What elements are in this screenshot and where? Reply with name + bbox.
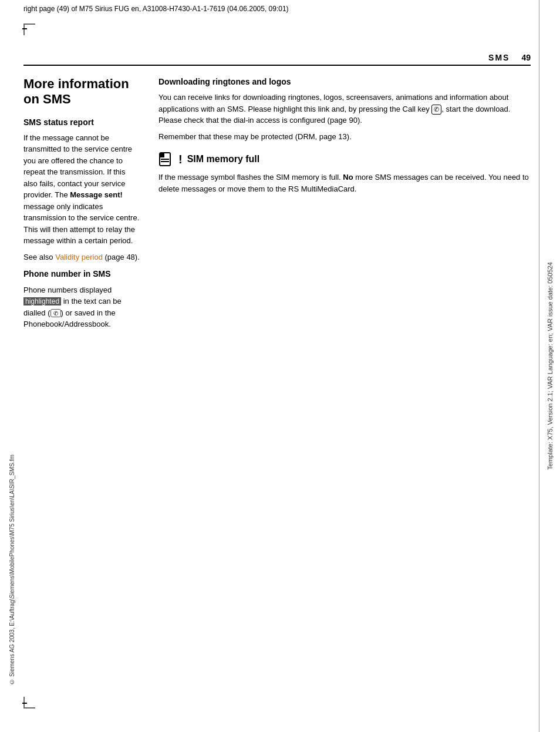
sms-message-sent-bold: Message sent! xyxy=(70,190,123,199)
validity-period-link: Validity period xyxy=(55,253,103,261)
sim-card-svg-icon xyxy=(158,152,174,167)
page-header: SMS 49 xyxy=(23,53,531,66)
phone-dial-icon: ✆ xyxy=(50,309,61,317)
phone-number-heading: Phone number in SMS xyxy=(23,268,141,279)
svg-rect-2 xyxy=(161,159,169,160)
sms-see-also-paragraph: See also Validity period (page 48). xyxy=(23,251,141,263)
sim-paragraph: If the message symbol flashes the SIM me… xyxy=(158,172,531,194)
svg-rect-3 xyxy=(161,161,169,162)
sms-status-text1: If the message cannot be transmitted to … xyxy=(23,133,132,200)
download-heading: Downloading ringtones and logos xyxy=(158,76,531,87)
top-meta-text: right page (49) of M75 Sirius FUG en, A3… xyxy=(23,5,289,13)
download-body: You can receive links for downloading ri… xyxy=(158,92,531,142)
phone-number-paragraph: Phone numbers displayed highlighted in t… xyxy=(23,284,141,330)
tick-left-top xyxy=(22,28,27,29)
copyright-text: © Siemens AG 2003, E:\Auftrag\Siemens\Mo… xyxy=(9,455,15,685)
right-column: Downloading ringtones and logos You can … xyxy=(158,65,531,697)
download-paragraph1: You can receive links for downloading ri… xyxy=(158,92,531,126)
see-also-prefix: See also xyxy=(23,253,55,261)
corner-mark-tl xyxy=(23,23,35,35)
tick-left-bottom xyxy=(22,703,27,704)
sim-section: ! SIM memory full If the message symbol … xyxy=(158,152,531,194)
main-content: More information on SMS SMS status repor… xyxy=(23,65,531,697)
download-text3: Remember that these may be protected (DR… xyxy=(158,132,352,141)
highlighted-text: highlighted xyxy=(23,297,61,305)
sms-status-body: If the message cannot be transmitted to … xyxy=(23,132,141,263)
phone-number-body: Phone numbers displayed highlighted in t… xyxy=(23,284,141,330)
sim-section-header: ! SIM memory full xyxy=(158,152,531,167)
left-column: More information on SMS SMS status repor… xyxy=(23,65,141,697)
sim-heading: SIM memory full xyxy=(187,154,260,164)
sim-body: If the message symbol flashes the SIM me… xyxy=(158,172,531,194)
sim-icon-group xyxy=(158,152,174,167)
sms-status-paragraph1: If the message cannot be transmitted to … xyxy=(23,132,141,247)
download-paragraph2: Remember that these may be protected (DR… xyxy=(158,131,531,143)
phone-number-text1: Phone numbers displayed xyxy=(23,286,112,294)
left-vertical: © Siemens AG 2003, E:\Auftrag\Siemens\Mo… xyxy=(7,455,16,685)
see-also-suffix: (page 48). xyxy=(103,253,140,261)
exclamation-icon: ! xyxy=(178,153,183,166)
svg-rect-1 xyxy=(160,153,164,157)
sms-status-heading: SMS status report xyxy=(23,117,141,127)
page-wrapper: right page (49) of M75 Sirius FUG en, A3… xyxy=(0,0,560,732)
sim-text1: If the message symbol flashes the SIM me… xyxy=(158,173,343,182)
main-heading: More information on SMS xyxy=(23,76,141,108)
header-section: SMS xyxy=(488,53,510,62)
sidebar-vertical: Template: X75, Version 2.1; VAR Language… xyxy=(539,0,560,732)
header-page-number: 49 xyxy=(521,53,531,62)
top-meta: right page (49) of M75 Sirius FUG en, A3… xyxy=(23,5,490,13)
sim-no-bold: No xyxy=(343,173,353,182)
download-section: Downloading ringtones and logos You can … xyxy=(158,76,531,142)
sms-status-text2: message only indicates transmission to t… xyxy=(23,202,139,246)
call-key-icon: ✆ xyxy=(431,105,441,115)
sidebar-text: Template: X75, Version 2.1; VAR Language… xyxy=(546,262,554,470)
